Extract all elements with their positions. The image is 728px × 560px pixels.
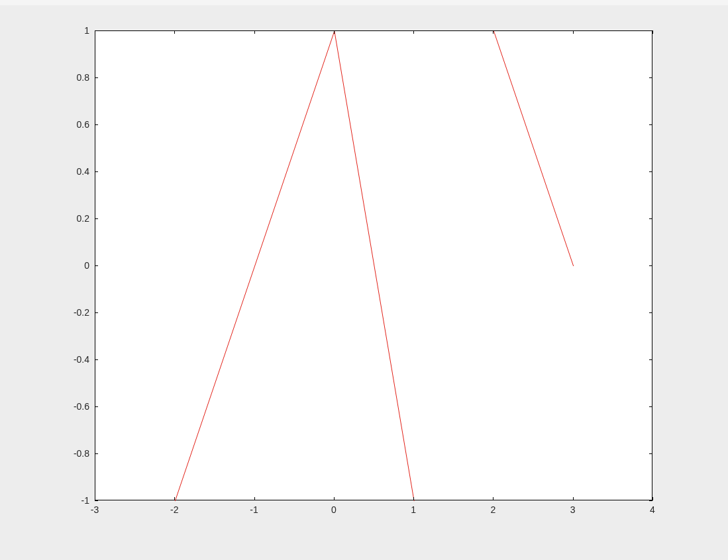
- x-tick-mark: [334, 497, 335, 500]
- x-tick-label: 4: [650, 504, 655, 515]
- y-tick-mark: [95, 312, 98, 313]
- x-tick-mark: [573, 30, 574, 34]
- y-tick-mark: [649, 406, 652, 407]
- x-tick-mark: [413, 497, 414, 500]
- y-tick-mark: [95, 124, 98, 125]
- y-tick-label: 0: [84, 260, 89, 271]
- y-tick-mark: [95, 265, 98, 266]
- y-tick-label: 0.8: [77, 72, 89, 83]
- x-tick-mark: [413, 30, 414, 34]
- y-tick-label: -1: [81, 495, 89, 506]
- y-tick-mark: [95, 500, 98, 501]
- y-tick-label: -0.2: [74, 307, 89, 318]
- x-tick-mark: [652, 497, 653, 500]
- line-series: [494, 31, 573, 266]
- x-tick-mark: [493, 30, 494, 34]
- y-tick-label: 0.2: [77, 213, 89, 224]
- y-tick-label: -0.4: [74, 354, 89, 365]
- y-tick-mark: [649, 171, 652, 172]
- x-tick-label: 0: [331, 504, 337, 515]
- x-tick-label: -3: [91, 504, 99, 515]
- x-tick-mark: [254, 30, 255, 34]
- x-tick-label: -2: [170, 504, 178, 515]
- x-tick-label: 3: [570, 504, 576, 515]
- y-tick-mark: [95, 218, 98, 219]
- x-tick-mark: [254, 497, 255, 500]
- y-tick-mark: [649, 124, 652, 125]
- x-tick-label: 1: [411, 504, 416, 515]
- y-tick-mark: [95, 30, 98, 31]
- y-tick-mark: [649, 500, 652, 501]
- x-tick-label: -1: [250, 504, 258, 515]
- y-tick-mark: [649, 30, 652, 31]
- x-tick-label: 2: [491, 504, 496, 515]
- x-tick-mark: [174, 30, 175, 34]
- plot-area: [95, 31, 652, 500]
- y-tick-label: 0.4: [77, 166, 89, 177]
- figure-window: -3-2-101234-1-0.8-0.6-0.4-0.200.20.40.60…: [0, 5, 728, 560]
- x-tick-mark: [493, 497, 494, 500]
- y-tick-mark: [649, 359, 652, 360]
- y-tick-mark: [649, 453, 652, 454]
- y-tick-mark: [95, 171, 98, 172]
- y-tick-mark: [649, 77, 652, 78]
- y-tick-mark: [95, 77, 98, 78]
- line-series: [175, 31, 414, 501]
- y-tick-label: -0.8: [74, 448, 89, 459]
- y-tick-mark: [95, 406, 98, 407]
- y-tick-mark: [649, 265, 652, 266]
- y-tick-label: 1: [84, 25, 89, 36]
- axes: [95, 30, 652, 500]
- x-tick-mark: [334, 30, 335, 34]
- y-tick-mark: [649, 218, 652, 219]
- x-tick-mark: [174, 497, 175, 500]
- y-tick-label: 0.6: [77, 119, 89, 130]
- y-tick-label: -0.6: [74, 401, 89, 412]
- x-tick-mark: [652, 30, 653, 34]
- y-tick-mark: [95, 453, 98, 454]
- y-tick-mark: [95, 359, 98, 360]
- y-tick-mark: [649, 312, 652, 313]
- x-tick-mark: [573, 497, 574, 500]
